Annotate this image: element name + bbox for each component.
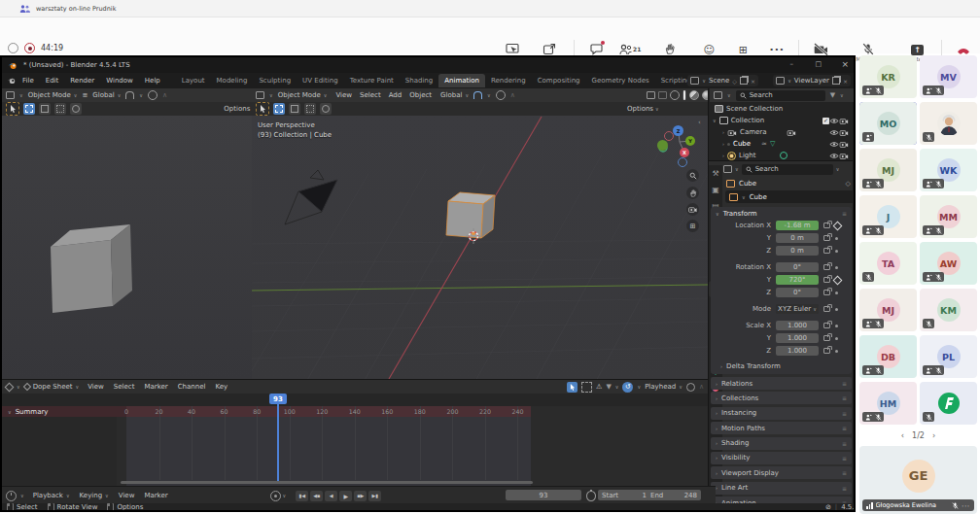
participant-tile[interactable]: MO xyxy=(859,102,917,145)
viewport-menu-item[interactable]: View xyxy=(332,89,356,101)
shading-material-icon[interactable] xyxy=(689,90,699,100)
keyframe-icon[interactable] xyxy=(833,275,843,285)
viewport-menu-item[interactable]: Select xyxy=(356,89,385,101)
playhead-line[interactable] xyxy=(277,394,279,483)
panel-grip-icon[interactable]: ≡ xyxy=(842,455,847,462)
navigation-gizmo[interactable]: Z Y X xyxy=(655,122,704,165)
orientation-dropdown[interactable]: Global∨ xyxy=(92,91,121,99)
falloff-icon[interactable]: ∧ xyxy=(510,91,515,99)
panel-grip-icon[interactable]: ≡ xyxy=(842,380,847,387)
keyframe-dot-icon[interactable] xyxy=(835,291,838,294)
self-tile[interactable]: GE Głogowska Ewelina ··· xyxy=(859,446,977,514)
auto-key-button[interactable] xyxy=(270,491,281,501)
participant-tile[interactable]: HM xyxy=(859,382,917,425)
collapsed-panel[interactable]: ›Line Art≡ xyxy=(711,482,852,495)
workspace-tab[interactable]: Geometry Nodes xyxy=(586,74,655,87)
gizmo-neg-z[interactable] xyxy=(678,157,687,167)
blender-menu-logo-icon[interactable] xyxy=(7,77,17,85)
play-reverse-button[interactable]: ◀ xyxy=(325,491,337,501)
select-mode-4[interactable] xyxy=(70,103,82,115)
panel-grip-icon[interactable]: ≡ xyxy=(842,410,847,417)
participant-tile[interactable]: KM xyxy=(920,289,977,331)
value-field[interactable]: 0 m xyxy=(776,246,819,256)
panel-grip-icon[interactable]: ≡ xyxy=(842,485,847,492)
proportional-edit-icon[interactable] xyxy=(496,90,506,100)
dope-menu-item[interactable]: Marker xyxy=(139,381,172,393)
expand-icon[interactable]: › xyxy=(722,129,724,135)
proportional-edit-icon[interactable] xyxy=(148,90,158,100)
shading-solid-active[interactable] xyxy=(682,90,686,100)
perspective-toggle-button[interactable]: ⊞ xyxy=(686,220,699,232)
zoom-button[interactable] xyxy=(686,169,699,182)
participant-tile[interactable] xyxy=(920,102,977,145)
workspace-tab[interactable]: Compositing xyxy=(532,74,586,87)
menu-item[interactable]: File xyxy=(17,75,40,86)
maximize-button[interactable]: □ xyxy=(815,60,822,68)
snap-icon[interactable] xyxy=(473,91,482,99)
dope-menu-item[interactable]: Key xyxy=(210,381,232,393)
value-field[interactable]: 1.000 xyxy=(776,321,819,330)
participant-tile[interactable]: MJ xyxy=(859,149,917,191)
filter-icon[interactable]: ▼ xyxy=(606,383,611,391)
snap-icon[interactable] xyxy=(125,91,134,99)
preview-cube-object[interactable] xyxy=(2,116,252,379)
timeline-menu-item[interactable]: Marker xyxy=(139,490,172,501)
start-frame-field[interactable]: Start1 xyxy=(598,490,650,500)
select-mode-2[interactable] xyxy=(39,103,51,115)
keyframe-dot-icon[interactable] xyxy=(835,325,838,327)
copy-icon[interactable] xyxy=(832,77,840,85)
collapsed-panel[interactable]: ›Relations≡ xyxy=(711,377,852,390)
collapsed-panel[interactable]: ›Instancing≡ xyxy=(711,407,852,420)
participant-tile[interactable]: MV xyxy=(920,55,977,98)
viewport-menu-item[interactable]: Object xyxy=(405,89,436,101)
select-mode-2[interactable] xyxy=(289,103,300,115)
value-field[interactable]: 0 m xyxy=(776,233,819,243)
keyframe-dot-icon[interactable] xyxy=(835,266,838,269)
timeline-menu-item[interactable]: Playback∨ xyxy=(28,490,75,501)
outliner-row-cube[interactable]: › Cube ≈ ▽ xyxy=(722,138,849,150)
current-frame-field[interactable]: 93 xyxy=(506,490,581,500)
select-mode-4[interactable] xyxy=(320,103,332,115)
participant-tile[interactable]: WK xyxy=(920,149,977,191)
select-tool-icon[interactable] xyxy=(6,102,19,116)
hide-eye-icon[interactable] xyxy=(829,129,839,136)
editor-type-icon[interactable] xyxy=(714,91,722,99)
workspace-tab[interactable]: Modeling xyxy=(211,74,254,87)
lock-icon[interactable] xyxy=(823,290,830,295)
gizmo-x-axis[interactable]: X xyxy=(680,148,689,157)
expand-icon[interactable]: › xyxy=(722,153,724,158)
gizmo-neg-x[interactable] xyxy=(664,131,674,141)
workspace-tab[interactable]: Animation xyxy=(438,74,485,87)
participant-tile[interactable]: DB xyxy=(859,335,917,378)
next-keyframe-button[interactable]: ▪▶ xyxy=(354,491,367,501)
copy-icon[interactable] xyxy=(740,77,748,85)
participant-tile[interactable]: J xyxy=(859,195,917,238)
value-field[interactable]: 720° xyxy=(776,275,819,285)
properties-search[interactable]: Search xyxy=(742,164,833,175)
menu-item[interactable]: Help xyxy=(139,75,166,86)
xray-icon[interactable] xyxy=(658,91,667,99)
keyframe-dot-icon[interactable] xyxy=(835,337,838,340)
value-field[interactable]: XYZ Euler∨ xyxy=(776,304,819,314)
lock-icon[interactable] xyxy=(823,348,830,354)
tool-options-dropdown[interactable]: Options∨ xyxy=(627,105,659,113)
page-next-icon[interactable]: › xyxy=(932,431,935,440)
lock-icon[interactable] xyxy=(823,306,830,312)
editor-type-icon[interactable] xyxy=(5,382,15,392)
properties-tab[interactable]: ▣ xyxy=(709,182,722,198)
hide-eye-icon[interactable] xyxy=(829,141,839,148)
page-prev-icon[interactable]: ‹ xyxy=(901,431,904,440)
participant-tile[interactable]: AW xyxy=(920,242,977,285)
end-frame-field[interactable]: End248 xyxy=(647,490,701,500)
outliner-row-collection[interactable]: ∨ Collection ✓ xyxy=(713,115,849,126)
camera-preview-viewport[interactable] xyxy=(2,116,252,379)
summary-channel[interactable]: ∨Summary xyxy=(2,406,128,417)
prev-keyframe-button[interactable]: ◀▪ xyxy=(310,491,323,501)
minimize-button[interactable]: – xyxy=(790,60,794,68)
keyframe-dot-icon[interactable] xyxy=(835,350,838,353)
participant-tile[interactable] xyxy=(920,382,977,425)
object-name-field[interactable]: ∨ Cube xyxy=(725,190,856,203)
falloff-icon[interactable]: ∧ xyxy=(162,91,167,99)
lock-icon[interactable] xyxy=(823,223,830,228)
panel-grip-icon[interactable]: ≡ xyxy=(842,469,847,476)
